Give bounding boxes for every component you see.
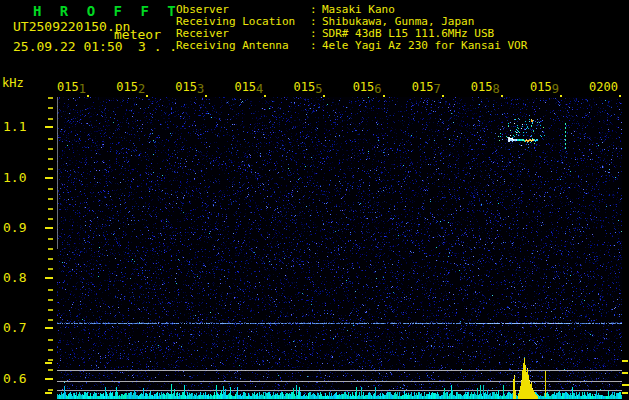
freq-tick-minor (48, 238, 53, 240)
freq-tick-minor (48, 97, 53, 99)
info-value: 4ele Yagi Az 230 for Kansai VOR (322, 40, 527, 52)
freq-tick-minor (48, 148, 53, 150)
time-label: 0155 (287, 80, 322, 94)
freq-tick-minor (48, 168, 53, 170)
freq-label: 1.1 (3, 119, 39, 134)
status-counter: 3 . . (138, 39, 177, 54)
freq-tick-minor (48, 289, 53, 291)
freq-tick-major (45, 327, 53, 329)
time-label: 0200 (583, 80, 618, 94)
freq-tick-minor (48, 359, 53, 361)
colon: : (310, 40, 322, 52)
meter-tick-left (45, 392, 52, 394)
freq-tick-minor (48, 268, 53, 270)
freq-tick-minor (48, 138, 53, 140)
meter-tick-right (622, 360, 628, 362)
freq-tick-minor (48, 258, 53, 260)
freq-tick-minor (48, 158, 53, 160)
freq-tick-minor (48, 198, 53, 200)
time-label: 0159 (524, 80, 559, 94)
station-info: Observer:Masaki Kano Receiving Location:… (176, 4, 527, 52)
time-label: 0153 (169, 80, 204, 94)
freq-tick-major (45, 277, 53, 279)
filename-label: UT2509220150.pn (13, 19, 130, 34)
freq-label: 0.9 (3, 220, 39, 235)
freq-tick-minor (48, 188, 53, 190)
freq-tick-minor (48, 339, 53, 341)
freq-label: 0.6 (3, 371, 39, 386)
meter-tick-left (45, 362, 52, 364)
freq-tick-major (45, 126, 53, 128)
freq-label: 1.0 (3, 170, 39, 185)
freq-label: 0.8 (3, 270, 39, 285)
freq-tick-minor (48, 319, 53, 321)
datetime-label: 25.09.22 01:50 (13, 39, 123, 54)
spectrogram-canvas (57, 97, 622, 399)
time-label: 0151 (51, 80, 86, 94)
freq-tick-minor (48, 389, 53, 391)
freq-tick-minor (48, 248, 53, 250)
freq-tick-minor (48, 299, 53, 301)
freq-tick-minor (48, 107, 53, 109)
freq-tick-major (45, 378, 53, 380)
time-label: 0158 (465, 80, 500, 94)
freq-tick-minor (48, 218, 53, 220)
meter-tick-right (622, 384, 629, 386)
time-label: 0154 (228, 80, 263, 94)
app-title: H R O F F T (33, 3, 181, 19)
info-row-antenna: Receiving Antenna:4ele Yagi Az 230 for K… (176, 40, 527, 52)
freq-tick-minor (48, 309, 53, 311)
freq-label: 0.7 (3, 320, 39, 335)
meter-tick-right (622, 372, 628, 374)
time-label: 0152 (110, 80, 145, 94)
freq-tick-minor (48, 369, 53, 371)
time-label: 0156 (347, 80, 382, 94)
freq-tick-minor (48, 118, 53, 120)
meter-tick-right (622, 392, 628, 394)
freq-tick-major (45, 227, 53, 229)
hrofft-window: H R O F F T UT2509220150.pn meteor 25.09… (0, 0, 629, 400)
freq-tick-minor (48, 349, 53, 351)
freq-unit-label: kHz (2, 76, 24, 90)
freq-tick-major (45, 177, 53, 179)
info-label: Receiving Antenna (176, 40, 310, 52)
time-label: 0157 (406, 80, 441, 94)
freq-tick-minor (48, 208, 53, 210)
